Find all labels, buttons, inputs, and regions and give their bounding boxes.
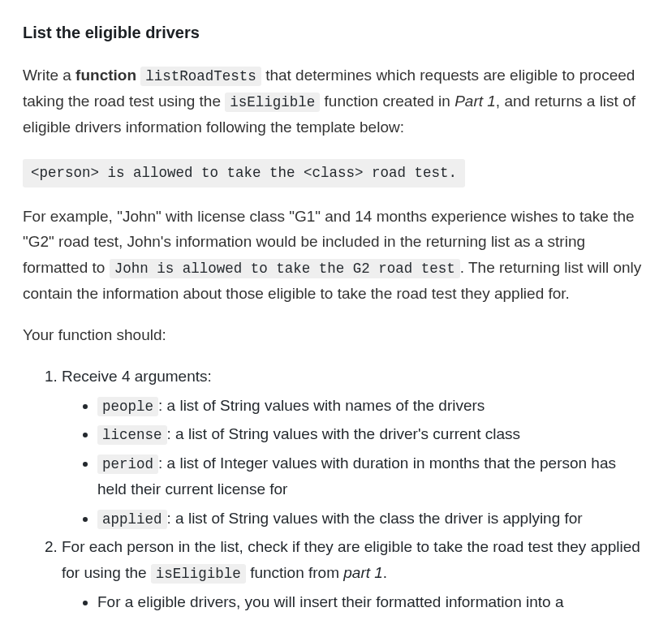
list-item: period: a list of Integer values with du…	[97, 450, 649, 502]
text: : a list of String values with the drive…	[167, 425, 521, 442]
text: For a eligible drivers, you will insert …	[97, 593, 563, 610]
list-item: applied: a list of String values with th…	[97, 506, 649, 532]
text: Receive 4 arguments:	[62, 368, 212, 385]
code-inline: applied	[97, 510, 167, 529]
unordered-list: people: a list of String values with nam…	[62, 393, 649, 532]
code-inline: listRoadTests	[140, 67, 261, 86]
italic-text: part 1	[343, 564, 383, 581]
text: : a list of String values with the class…	[167, 510, 583, 527]
template-line: <person> is allowed to take the <class> …	[23, 156, 649, 187]
list-item: people: a list of String values with nam…	[97, 393, 649, 419]
code-inline: license	[97, 425, 167, 445]
section-heading: List the eligible drivers	[23, 19, 649, 46]
ordered-list: Receive 4 arguments: people: a list of S…	[23, 364, 649, 614]
unordered-list: For a eligible drivers, you will insert …	[62, 589, 649, 614]
list-item: license: a list of String values with th…	[97, 421, 649, 447]
list-item: Receive 4 arguments: people: a list of S…	[62, 364, 649, 531]
text: Write a	[23, 67, 75, 84]
text: : a list of String values with names of …	[158, 397, 485, 414]
code-template: <person> is allowed to take the <class> …	[23, 159, 465, 187]
list-item: For each person in the list, check if th…	[62, 534, 649, 614]
text: : a list of Integer values with duration…	[97, 455, 616, 498]
code-inline: isEligible	[151, 564, 246, 584]
paragraph-intro: Write a function listRoadTests that dete…	[23, 62, 649, 140]
italic-text: Part 1	[454, 93, 496, 110]
code-inline: John is allowed to take the G2 road test	[110, 259, 460, 278]
text: function created in	[320, 93, 454, 110]
bold-text: function	[75, 67, 136, 84]
code-inline: people	[97, 397, 158, 416]
code-inline: isEligible	[225, 93, 320, 112]
code-inline: period	[97, 455, 158, 474]
text: function from	[246, 564, 343, 581]
list-item: For a eligible drivers, you will insert …	[97, 589, 649, 614]
paragraph-example: For example, "John" with license class "…	[23, 204, 649, 306]
text: .	[383, 564, 387, 581]
paragraph-lead: Your function should:	[23, 322, 649, 347]
